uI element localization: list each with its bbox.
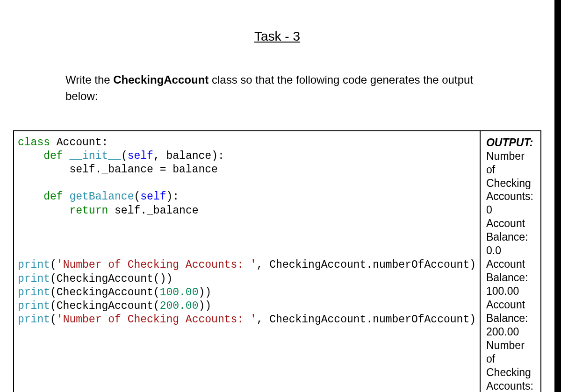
paren-close: ): xyxy=(166,191,180,203)
print-rest: , CheckingAccount.numberOfAccount) xyxy=(257,314,476,326)
paren-close: )) xyxy=(198,286,211,299)
output-line: Number of Checking Accounts: 0 xyxy=(486,150,536,217)
task-instructions: Write the CheckingAccount class so that … xyxy=(65,72,489,105)
paren: (CheckingAccount( xyxy=(50,286,160,299)
init-params-rest: , balance): xyxy=(153,150,224,162)
paren: ( xyxy=(50,259,57,271)
task-title: Task - 3 xyxy=(0,29,554,44)
instructions-prefix: Write the xyxy=(65,73,113,86)
indent xyxy=(18,150,43,162)
output-line: Account Balance: 200.00 xyxy=(486,298,536,339)
init-body: self._balance = balance xyxy=(69,164,217,176)
output-line: Account Balance: 100.00 xyxy=(486,257,536,298)
print-body: (CheckingAccount()) xyxy=(50,273,173,285)
print-fn: print xyxy=(18,273,50,285)
print-fn: print xyxy=(18,286,50,299)
number-literal: 200.00 xyxy=(160,300,199,312)
self-param: self xyxy=(140,191,166,203)
kw-class: class xyxy=(18,136,50,149)
indent xyxy=(18,205,69,217)
content-table: class Account: def __init__(self, balanc… xyxy=(13,130,541,392)
number-literal: 100.00 xyxy=(160,286,199,299)
output-line: Account Balance: 0.0 xyxy=(486,217,536,257)
print-fn: print xyxy=(18,259,50,271)
string-literal: 'Number of Checking Accounts: ' xyxy=(57,314,257,326)
output-cell: OUTPUT: Number of Checking Accounts: 0 A… xyxy=(481,131,540,392)
kw-return: return xyxy=(69,205,108,217)
output-heading: OUTPUT: xyxy=(486,136,536,150)
paren: ( xyxy=(50,314,57,326)
indent xyxy=(18,164,69,176)
kw-def: def xyxy=(43,191,63,203)
return-body: self._balance xyxy=(108,205,198,217)
print-rest: , CheckingAccount.numberOfAccount) xyxy=(257,259,476,271)
print-fn: print xyxy=(18,300,50,312)
output-line: Number of Checking Accounts: 3 xyxy=(486,339,536,392)
string-literal: 'Number of Checking Accounts: ' xyxy=(57,259,257,271)
class-name: Account: xyxy=(50,136,108,149)
init-name: __init__ xyxy=(63,150,121,162)
paren: (CheckingAccount( xyxy=(50,300,160,312)
getbalance-name: getBalance xyxy=(63,191,134,203)
kw-def: def xyxy=(43,150,63,162)
instructions-classname: CheckingAccount xyxy=(113,73,209,86)
paren-close: )) xyxy=(198,300,211,312)
print-fn: print xyxy=(18,314,50,326)
code-cell: class Account: def __init__(self, balanc… xyxy=(14,131,481,392)
paren: ( xyxy=(121,150,128,162)
self-param: self xyxy=(128,150,153,162)
paren: ( xyxy=(134,191,140,203)
indent xyxy=(18,191,43,203)
